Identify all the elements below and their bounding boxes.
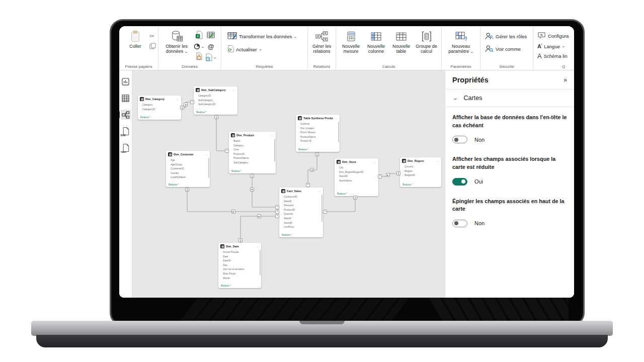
relationship-line[interactable] [240,216,279,243]
view-as-button[interactable]: Voir comme [485,45,527,53]
copy-icon[interactable] [149,42,156,51]
collapse-card-link[interactable]: Réduire [140,116,150,119]
table-card[interactable]: Dim_Date…Année FiscaleDateDateIDDayJour … [218,243,261,288]
table-card[interactable]: Dim_Customer…AgeAgeGroupCustomerIDGender… [166,151,210,187]
recent-sources-icon[interactable]: ⌄ [205,53,216,61]
table-card[interactable]: Fact_Sales…CustomerIDDateIDDiscountProdu… [279,188,323,237]
dataflow-icon[interactable]: @ [208,43,214,50]
collapse-card-link[interactable]: Réduire [282,234,292,236]
section-cards[interactable]: ⌄ Cartes [452,89,567,107]
table-field[interactable]: Brand [233,139,274,143]
table-field[interactable]: Discount [284,203,321,208]
table-field[interactable]: Category [142,103,180,107]
table-view-button[interactable] [121,93,131,103]
card-menu-icon[interactable]: … [256,245,259,247]
table-card[interactable]: Dim_Category…CategoryCategoryIDRéduire [138,96,181,120]
new-parameter-button[interactable]: ? Nouveau paramètre ⌄ [447,30,475,54]
table-field[interactable]: SaleID [284,216,321,221]
table-field[interactable]: CustomerID [284,195,321,199]
card-scrollbar[interactable] [338,122,339,142]
table-field[interactable]: Produit ID [300,139,338,143]
table-field[interactable]: Gender [171,171,208,175]
table-card[interactable]: Dim_Region…CountryRegionRegionIDRéduire [400,157,441,187]
get-data-button[interactable]: Obtenir les données ⌄ [163,30,191,54]
table-field[interactable]: DateID [284,199,321,204]
collapse-card-link[interactable]: Réduire [196,111,206,114]
enter-data-icon[interactable] [207,31,215,41]
table-card[interactable]: Dim_Store…CityDim_RegionRegionIDStoreIDS… [335,158,378,196]
collapse-card-link[interactable]: Réduire [298,148,308,151]
card-menu-icon[interactable]: … [271,134,274,136]
table-field[interactable]: Année Fiscale [223,250,260,254]
refresh-button[interactable]: ⟳ Actualiser ⌄ [227,45,297,54]
report-view-button[interactable] [121,76,131,86]
cut-icon[interactable]: ✂ [149,34,156,39]
relationship-line[interactable] [323,196,355,212]
table-field[interactable]: City [339,165,377,170]
table-field[interactable]: Country [405,164,440,169]
card-menu-icon[interactable]: … [318,190,321,192]
table-field[interactable]: ProductName [300,135,338,139]
table-field[interactable]: ProductName [233,156,274,160]
card-scrollbar[interactable] [208,158,209,178]
table-field[interactable]: Category [233,143,274,148]
table-field[interactable]: RegionID [405,173,440,177]
card-menu-icon[interactable]: … [205,153,208,155]
dax-query-view-button[interactable]: DAX [121,126,131,136]
table-field[interactable]: Quantity [284,212,321,216]
table-field[interactable]: Dim_RegionRegionID [339,170,377,174]
table-field[interactable]: Day [223,263,260,267]
table-field[interactable]: Prix/U Moyen [300,130,338,135]
table-field[interactable]: SubCategory [198,98,236,103]
table-field[interactable]: Date [223,254,260,259]
linguistic-schema-button[interactable]: A Schéma lin [537,52,569,60]
new-table-button[interactable]: Nouvelle table [389,30,414,54]
relationship-line[interactable] [252,173,279,207]
excel-workbook-icon[interactable]: x [195,31,203,41]
toggle-pin-related-fields[interactable] [452,220,467,227]
table-field[interactable]: DateID [223,258,260,263]
paste-button[interactable]: Coller [121,30,149,49]
manage-roles-button[interactable]: Gérer les rôles [485,32,527,41]
card-scrollbar[interactable] [274,139,275,162]
card-menu-icon[interactable]: … [373,161,376,163]
collapse-card-link[interactable]: Réduire [231,170,242,172]
card-scrollbar[interactable] [321,195,323,222]
sql-server-icon[interactable] [196,52,202,62]
card-menu-icon[interactable]: … [335,117,338,119]
relationship-line[interactable] [216,115,229,151]
table-field[interactable]: Age [171,158,208,162]
table-field[interactable]: Colonne [300,122,338,126]
toggle-show-related-fields[interactable] [452,178,467,186]
collapse-card-link[interactable]: Réduire [169,184,179,186]
transform-data-button[interactable]: Transformer les données ⌄ [227,32,297,41]
table-field[interactable]: Month [223,276,260,281]
collapse-card-link[interactable]: Réduire [403,184,413,186]
table-card[interactable]: Dim_SubCategory…CategoryIDSubCategorySub… [194,86,237,115]
model-canvas[interactable]: 1◂*1*1▾*1▸*1▸**1*▸11◂*Dim_Category…Categ… [132,70,445,298]
table-field[interactable]: Prix Unitaire [300,126,338,131]
table-field[interactable]: Jour de la semaine [223,267,260,272]
collapse-card-link[interactable]: Réduire [221,285,231,287]
table-field[interactable]: SubCategoryID [198,102,236,107]
card-menu-icon[interactable]: … [436,160,439,162]
table-field[interactable]: StoreName [339,178,377,183]
table-field[interactable]: Mois Fiscal [223,272,260,276]
card-menu-icon[interactable]: … [176,98,179,100]
table-field[interactable]: CategoryID [142,107,180,112]
new-measure-button[interactable]: Nouvelle mesure [339,30,364,54]
calculation-group-button[interactable]: Groupe de calcul [414,30,439,54]
card-menu-icon[interactable]: … [232,89,235,91]
new-column-button[interactable]: Nouvelle colonne [364,30,389,54]
table-field[interactable]: CategoryID [198,94,236,98]
table-card[interactable]: Table Synthèse Produit…ColonnePrix Unita… [296,115,340,152]
collapse-panel-icon[interactable]: » [564,76,567,83]
datahub-icon[interactable]: ⌄ [194,43,204,50]
table-field[interactable]: Cost [233,147,274,152]
table-field[interactable]: AgeGroup [171,162,208,167]
table-field[interactable]: CustomerID [171,166,208,171]
table-field[interactable]: ProductID [233,152,274,156]
manage-relationships-button[interactable]: Gérer les relations [310,30,334,54]
table-field[interactable]: ProductID [284,208,321,212]
relationship-line[interactable] [187,187,279,212]
